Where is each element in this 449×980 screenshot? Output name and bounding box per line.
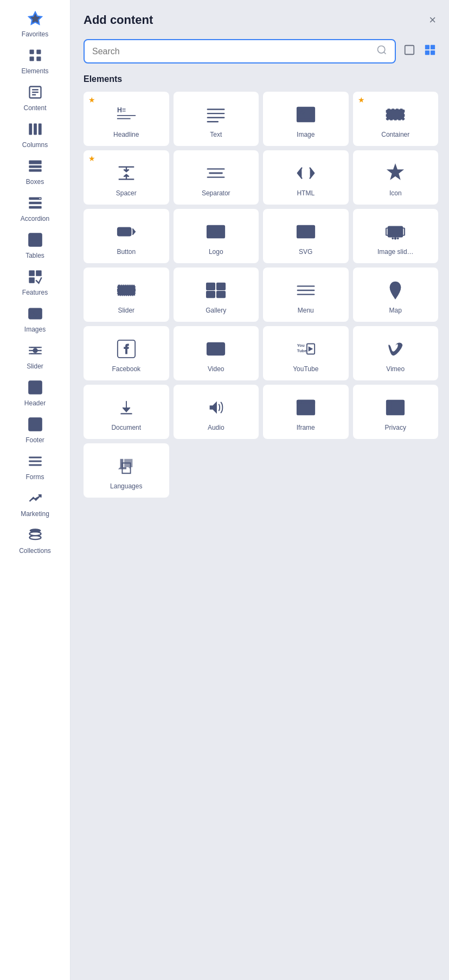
sidebar-item-forms-label: Forms	[26, 473, 44, 481]
svg-rect-89	[217, 283, 225, 290]
sidebar-item-columns-label: Columns	[22, 141, 48, 149]
sidebar-item-marketing-label: Marketing	[21, 510, 49, 518]
svg-rect-59	[387, 110, 404, 120]
columns-icon	[28, 122, 43, 139]
svg-label: SVG	[299, 248, 312, 256]
star-badge-container: ★	[358, 96, 365, 104]
video-icon	[204, 337, 228, 361]
separator-label: Separator	[202, 189, 230, 197]
svg-text:H≡: H≡	[117, 106, 126, 114]
sidebar-item-columns[interactable]: Columns	[0, 116, 70, 153]
document-label: Document	[111, 424, 141, 431]
privacy-label: Privacy	[385, 424, 406, 431]
sidebar-item-footer[interactable]: Footer	[0, 411, 70, 448]
sidebar-item-features-label: Features	[22, 289, 48, 296]
sidebar-item-tables[interactable]: Tables	[0, 227, 70, 264]
svg-point-83	[393, 238, 394, 239]
svg-rect-36	[29, 425, 41, 430]
star-badge-headline: ★	[88, 96, 95, 104]
languages-icon	[114, 454, 138, 478]
document-icon	[114, 396, 138, 419]
element-svg[interactable]: SVG	[263, 209, 349, 263]
element-icon[interactable]: Icon	[353, 150, 439, 205]
svg-rect-91	[217, 291, 225, 297]
sidebar-item-features[interactable]: Features	[0, 264, 70, 301]
svg-text:You: You	[297, 343, 305, 348]
svg-point-82	[397, 238, 399, 239]
element-gallery[interactable]: Gallery	[174, 268, 259, 322]
sidebar-item-marketing[interactable]: Marketing	[0, 485, 70, 522]
content-header: Add content ×	[84, 11, 438, 29]
icon-icon	[383, 161, 407, 185]
svg-rect-25	[29, 270, 35, 276]
element-iframe[interactable]: Iframe	[263, 385, 349, 439]
search-container	[84, 39, 438, 63]
footer-icon	[28, 417, 43, 434]
sidebar-item-content-label: Content	[23, 104, 46, 112]
element-image[interactable]: Image	[263, 92, 349, 146]
iframe-label: Iframe	[297, 424, 315, 431]
sidebar-item-forms[interactable]: Forms	[0, 448, 70, 485]
element-vimeo[interactable]: Vimeo	[353, 326, 439, 380]
sidebar-item-collections[interactable]: Collections	[0, 522, 70, 559]
list-view-button[interactable]	[401, 42, 418, 61]
facebook-label: Facebook	[112, 365, 140, 373]
button-label: Button	[117, 248, 136, 256]
element-youtube[interactable]: You Tube YouTube	[263, 326, 349, 380]
element-audio[interactable]: Audio	[174, 385, 259, 439]
element-languages[interactable]: Languages	[84, 443, 169, 498]
svg-line-44	[384, 52, 386, 54]
svg-rect-77	[386, 228, 389, 235]
menu-label: Menu	[298, 307, 314, 314]
element-map[interactable]: Map	[353, 268, 439, 322]
sidebar-item-content[interactable]: Content	[0, 79, 70, 116]
element-video[interactable]: Video	[174, 326, 259, 380]
close-button[interactable]: ×	[427, 11, 438, 29]
sidebar-item-images[interactable]: Images	[0, 301, 70, 338]
sidebar-item-slider[interactable]: Slider	[0, 338, 70, 374]
svg-rect-3	[29, 56, 34, 61]
sidebar-item-favorites[interactable]: Favorites	[0, 5, 70, 42]
image-label: Image	[297, 131, 315, 138]
features-icon	[28, 269, 43, 287]
search-input[interactable]	[92, 47, 371, 56]
grid-view-button[interactable]	[422, 42, 438, 61]
sidebar-item-tables-label: Tables	[25, 252, 44, 259]
element-text[interactable]: Text	[174, 92, 259, 146]
logo-label: Logo	[209, 248, 223, 256]
logo-icon	[204, 220, 228, 244]
element-facebook[interactable]: Facebook	[84, 326, 169, 380]
button-icon	[114, 220, 138, 244]
headline-icon: H≡	[114, 103, 138, 126]
languages-label: Languages	[110, 482, 142, 490]
boxes-icon	[28, 158, 43, 176]
element-button[interactable]: Button	[84, 209, 169, 263]
vimeo-label: Vimeo	[386, 365, 405, 373]
element-logo[interactable]: Logo	[174, 209, 259, 263]
video-label: Video	[208, 365, 224, 373]
svg-rect-34	[29, 381, 41, 386]
svg-rect-24	[29, 277, 35, 283]
element-spacer[interactable]: ★ Spacer	[84, 150, 169, 205]
section-title: Elements	[84, 74, 438, 84]
element-container[interactable]: ★ Container	[353, 92, 439, 146]
sidebar-item-header[interactable]: Header	[0, 374, 70, 411]
sidebar-item-accordion[interactable]: Accordion	[0, 190, 70, 227]
element-html[interactable]: HTML	[263, 150, 349, 205]
main-content: Add content × El	[70, 0, 449, 980]
search-icon-button[interactable]	[376, 44, 387, 58]
element-slider[interactable]: Slider	[84, 268, 169, 322]
element-image-slider[interactable]: Image slid…	[353, 209, 439, 263]
element-separator[interactable]: Separator	[174, 150, 259, 205]
element-privacy[interactable]: Privacy	[353, 385, 439, 439]
sidebar-item-header-label: Header	[24, 399, 46, 407]
element-menu[interactable]: Menu	[263, 268, 349, 322]
sidebar-item-boxes[interactable]: Boxes	[0, 153, 70, 190]
svg-rect-68	[118, 227, 131, 236]
sidebar-item-elements[interactable]: Elements	[0, 42, 70, 79]
element-document[interactable]: Document	[84, 385, 169, 439]
tables-icon	[28, 232, 43, 250]
gallery-label: Gallery	[206, 307, 226, 314]
element-headline[interactable]: ★ H≡ Headline	[84, 92, 169, 146]
youtube-label: YouTube	[293, 365, 318, 373]
